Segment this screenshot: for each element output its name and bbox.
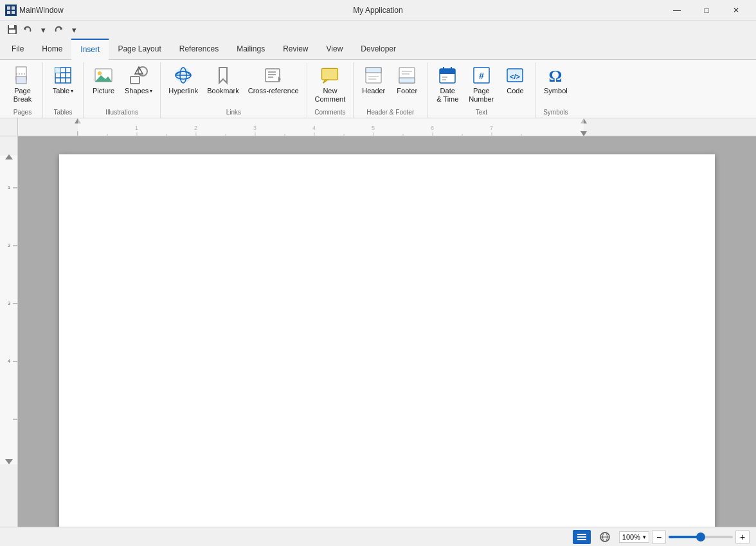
svg-rect-85 [0, 156, 18, 464]
window-title: My Application [353, 6, 402, 15]
header-icon [363, 65, 384, 86]
text-items: Date& Time # PageNumber [431, 62, 531, 106]
tab-mailings[interactable]: Mailings [228, 39, 274, 59]
vertical-ruler-svg: 1 2 3 4 [0, 136, 18, 522]
headerfooter-items: Header Footer [357, 62, 423, 106]
undo-dropdown[interactable]: ▾ [36, 23, 50, 37]
hyperlink-icon [173, 65, 194, 86]
illustrations-items: Picture Shapes ▾ [87, 62, 156, 106]
svg-rect-23 [130, 77, 140, 84]
svg-rect-46 [440, 69, 455, 74]
pagenumber-icon: # [471, 65, 492, 86]
code-button[interactable]: </> Code [499, 62, 531, 98]
svg-rect-35 [322, 68, 338, 80]
header-button[interactable]: Header [357, 62, 390, 98]
pagenumber-button[interactable]: # PageNumber [465, 62, 498, 106]
crossreference-button[interactable]: Cross-reference [244, 62, 303, 98]
svg-text:3: 3 [8, 300, 11, 306]
symbols-items: Ω Symbol [539, 62, 572, 106]
zoom-out-button[interactable]: − [652, 530, 666, 544]
tab-file[interactable]: File [3, 39, 33, 59]
maximize-button[interactable]: □ [692, 0, 721, 21]
svg-text:Ω: Ω [549, 67, 562, 86]
customize-qa-button[interactable]: ▾ [67, 23, 81, 37]
ribbon-group-symbols: Ω Symbol Symbols [536, 62, 575, 118]
window-controls: — □ ✕ [662, 0, 751, 21]
crossreference-label: Cross-reference [248, 87, 299, 95]
datetime-button[interactable]: Date& Time [431, 62, 464, 106]
app-icon [5, 5, 17, 16]
tab-review[interactable]: Review [274, 39, 317, 59]
horizontal-ruler-svg: 1 2 3 4 5 6 7 [18, 118, 756, 136]
view-web-button[interactable] [596, 530, 614, 544]
hyperlink-label: Hyperlink [168, 87, 198, 95]
scroll-area[interactable] [18, 136, 756, 527]
shapes-label: Shapes ▾ [125, 87, 152, 95]
save-button[interactable] [5, 23, 19, 37]
headerfooter-group-label: Header & Footer [357, 106, 423, 118]
app-name-label: MainWindow [19, 6, 64, 15]
view-normal-button[interactable] [573, 530, 591, 544]
title-bar-left: MainWindow [5, 5, 64, 16]
ribbon-group-comments: NewComment Comments [307, 62, 354, 118]
quick-access-toolbar: ▾ ▾ [0, 21, 756, 39]
picture-label: Picture [93, 87, 114, 95]
shapes-icon [129, 65, 149, 86]
svg-marker-36 [323, 80, 328, 83]
bookmark-button[interactable]: Bookmark [203, 62, 243, 98]
svg-rect-4 [12, 11, 15, 14]
horizontal-ruler: 1 2 3 4 5 6 7 [18, 118, 756, 136]
pages-items: PageBreak [6, 62, 39, 106]
redo-button[interactable] [51, 23, 66, 37]
footer-button[interactable]: Footer [391, 62, 423, 98]
svg-rect-42 [399, 78, 415, 83]
ribbon-group-text: Date& Time # PageNumber [428, 62, 536, 118]
pagebreak-button[interactable]: PageBreak [6, 62, 39, 106]
links-group-label: Links [165, 106, 302, 118]
svg-rect-38 [366, 68, 381, 73]
hyperlink-button[interactable]: Hyperlink [165, 62, 202, 98]
symbol-button[interactable]: Ω Symbol [539, 62, 572, 98]
comments-group-label: Comments [311, 106, 350, 118]
svg-text:</>: </> [510, 73, 520, 80]
illustrations-group-label: Illustrations [87, 106, 156, 118]
tab-insert[interactable]: Insert [71, 39, 109, 59]
table-button[interactable]: Table ▾ [47, 62, 79, 98]
zoom-slider[interactable] [669, 536, 733, 538]
pagenumber-label: PageNumber [469, 87, 494, 104]
minimize-button[interactable]: — [662, 0, 692, 21]
status-bar: 100% ▾ − + [0, 527, 756, 546]
close-button[interactable]: ✕ [721, 0, 751, 21]
tab-developer[interactable]: Developer [352, 39, 405, 59]
text-group-label: Text [431, 106, 531, 118]
corner-ruler [0, 118, 18, 136]
table-icon [53, 65, 73, 86]
zoom-dropdown[interactable]: 100% ▾ [619, 531, 649, 543]
crossreference-icon [263, 65, 284, 86]
tab-home[interactable]: Home [33, 39, 71, 59]
svg-text:4: 4 [8, 358, 11, 364]
picture-button[interactable]: Picture [87, 62, 120, 98]
ribbon-group-links: Hyperlink Bookmark [161, 62, 307, 118]
newcomment-icon [320, 65, 340, 86]
zoom-control: 100% ▾ − + [619, 530, 750, 544]
tab-pagelayout[interactable]: Page Layout [109, 39, 170, 59]
pagebreak-label: PageBreak [14, 87, 32, 104]
footer-icon [397, 65, 417, 86]
ribbon-group-tables: Table ▾ Tables [43, 62, 84, 118]
zoom-in-button[interactable]: + [735, 530, 750, 544]
ribbon-content-insert: PageBreak Pages [0, 60, 756, 118]
bookmark-label: Bookmark [207, 87, 239, 95]
undo-button[interactable] [21, 23, 35, 37]
tab-view[interactable]: View [318, 39, 352, 59]
svg-rect-30 [266, 69, 280, 82]
code-label: Code [507, 87, 523, 95]
tab-references[interactable]: References [170, 39, 228, 59]
shapes-button[interactable]: Shapes ▾ [121, 62, 156, 98]
main-window: MainWindow My Application — □ ✕ ▾ ▾ File… [0, 0, 756, 546]
symbol-label: Symbol [544, 87, 568, 95]
pagebreak-icon [12, 65, 33, 86]
ribbon-tabs: File Home Insert Page Layout References … [0, 39, 756, 60]
zoom-slider-thumb[interactable] [696, 532, 705, 541]
newcomment-button[interactable]: NewComment [311, 62, 350, 106]
